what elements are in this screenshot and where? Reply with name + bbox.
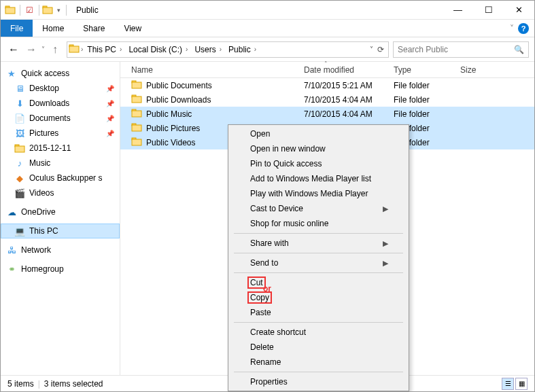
qat-dropdown-icon[interactable]: ▾ [54,7,63,14]
context-menu-item[interactable]: Cut [228,275,409,290]
column-name[interactable]: Name [127,65,300,75]
back-button[interactable]: ← [6,42,21,57]
sidebar-homegroup[interactable]: ⚭Homegroup [1,262,120,277]
annotation-or: or [263,284,271,293]
context-menu-item[interactable]: Properties [228,374,409,389]
breadcrumb[interactable]: This PC› [84,45,126,54]
sidebar-item-videos[interactable]: 🎬Videos [1,185,120,200]
table-row[interactable]: Public Documents7/10/2015 5:21 AMFile fo… [120,78,534,92]
download-icon: ⬇ [14,98,25,109]
svg-rect-3 [43,7,52,14]
column-size[interactable]: Size [456,65,534,75]
table-row[interactable]: Public Music7/10/2015 4:04 AMFile folder [120,107,534,121]
sidebar-onedrive[interactable]: ☁OneDrive [1,204,120,219]
folder-icon [131,93,142,106]
document-icon: 📄 [14,113,25,124]
svg-rect-7 [15,146,24,152]
separator [66,5,67,16]
context-menu-item[interactable]: Add to Windows Media Player list [228,171,409,186]
app-icon: ◆ [14,173,25,183]
folder-icon [131,122,142,135]
window-title: Public [76,5,99,15]
column-type[interactable]: Type [390,65,456,75]
context-menu-item[interactable]: Shop for music online [228,216,409,231]
context-menu-item[interactable]: Share with▶ [228,236,409,251]
sidebar-item-documents[interactable]: 📄Documents📌 [1,111,120,126]
folder-icon [131,136,142,149]
history-dropdown-icon[interactable]: ˅ [41,46,45,53]
view-details-icon[interactable]: ☰ [502,378,514,390]
sidebar-item-app[interactable]: ◆Oculus Backupper s [1,171,120,185]
nav-arrows: ← → ˅ ↑ [6,42,63,57]
address-dropdown-icon[interactable]: ˅ [370,46,373,53]
status-selection: 3 items selected [44,379,103,389]
file-name: Public Pictures [146,124,200,133]
context-menu-item[interactable]: Open [228,126,409,141]
folder-icon [5,4,17,16]
context-menu-item[interactable]: Copy [228,290,409,305]
tab-file[interactable]: File [1,20,33,37]
file-name: Public Videos [146,138,196,147]
refresh-icon[interactable]: ⟳ [377,45,384,54]
context-menu-item[interactable]: Delete [228,340,409,355]
folder-icon [131,79,142,92]
file-date: 7/10/2015 4:04 AM [300,109,390,119]
file-date: 7/10/2015 5:21 AM [300,81,390,90]
maximize-button[interactable]: ☐ [473,1,504,20]
homegroup-icon: ⚭ [6,264,17,274]
pc-icon: 💻 [14,226,25,236]
chevron-right-icon: ▶ [383,239,388,248]
chevron-right-icon[interactable]: › [80,46,84,53]
separator [20,5,20,16]
sidebar-item-downloads[interactable]: ⬇Downloads📌 [1,96,120,111]
music-icon: ♪ [14,158,25,168]
chevron-right-icon: ▶ [383,259,388,268]
checkbox-icon[interactable]: ☑ [23,5,36,15]
forward-button[interactable]: → [24,42,39,57]
breadcrumb[interactable]: Public› [226,45,260,54]
sidebar-item-pictures[interactable]: 🖼Pictures📌 [1,126,120,141]
tab-home[interactable]: Home [33,20,73,37]
file-type: File folder [390,95,456,105]
help-icon[interactable]: ? [518,23,529,34]
ribbon-collapse-icon[interactable]: ˅ [510,24,514,33]
tab-view[interactable]: View [114,20,151,37]
sidebar-network[interactable]: 🖧Network [1,243,120,257]
search-icon[interactable]: 🔍 [514,45,524,54]
context-menu-item[interactable]: Send to▶ [228,255,409,270]
breadcrumb[interactable]: Local Disk (C:)› [126,45,192,54]
sidebar-item-folder[interactable]: 2015-12-11 [1,141,120,156]
context-menu-item[interactable]: Cast to Device▶ [228,201,409,216]
pin-icon: 📌 [106,130,114,137]
column-date[interactable]: Date modified [300,65,390,75]
context-menu-item[interactable]: Paste [228,305,409,320]
star-icon: ★ [6,68,17,79]
context-menu-item[interactable]: Pin to Quick access [228,156,409,171]
breadcrumb[interactable]: Users› [192,45,226,54]
folder-open-icon[interactable] [42,4,54,16]
view-icons-icon[interactable]: ▦ [515,378,528,390]
picture-icon: 🖼 [14,128,25,139]
close-button[interactable]: ✕ [504,1,534,20]
sidebar-this-pc[interactable]: 💻This PC [1,224,120,238]
context-menu-item[interactable]: Open in new window [228,141,409,156]
tab-share[interactable]: Share [73,20,114,37]
up-button[interactable]: ↑ [48,42,63,57]
desktop-icon: 🖥 [14,83,25,94]
table-row[interactable]: Public Downloads7/10/2015 4:04 AMFile fo… [120,92,534,107]
search-input[interactable]: Search Public 🔍 [393,41,529,58]
svg-rect-1 [5,7,15,14]
ribbon-help: ˅ ? [510,20,534,37]
context-menu-item[interactable]: Rename [228,355,409,370]
context-menu-item[interactable]: Play with Windows Media Player [228,186,409,201]
context-menu-item[interactable]: Create shortcut [228,325,409,340]
address-bar[interactable]: › This PC› Local Disk (C:)› Users› Publi… [67,41,389,58]
nav-pane: ★Quick access 🖥Desktop📌 ⬇Downloads📌 📄Doc… [1,62,120,375]
context-menu: OpenOpen in new windowPin to Quick acces… [228,124,409,391]
network-icon: 🖧 [6,245,17,255]
sidebar-item-desktop[interactable]: 🖥Desktop📌 [1,81,120,96]
pin-icon: 📌 [106,115,114,122]
sidebar-quick-access[interactable]: ★Quick access [1,66,120,81]
sidebar-item-music[interactable]: ♪Music [1,156,120,171]
minimize-button[interactable]: ― [443,1,473,20]
